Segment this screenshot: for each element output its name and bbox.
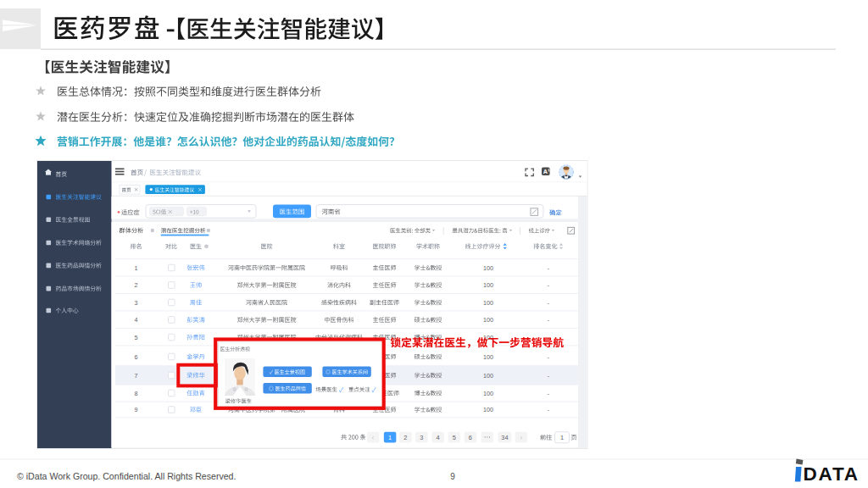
- svg-text:5: 5: [135, 334, 138, 341]
- svg-text:100: 100: [483, 299, 493, 307]
- svg-text:4: 4: [135, 316, 138, 324]
- svg-text:100: 100: [483, 316, 493, 324]
- svg-text:© iData Work Group. Confidenti: © iData Work Group. Confidential. All Ri…: [17, 471, 236, 481]
- svg-text:5: 5: [453, 434, 456, 441]
- svg-text:A: A: [543, 168, 548, 175]
- svg-text:1: 1: [560, 434, 564, 441]
- svg-text:DATA: DATA: [804, 463, 860, 485]
- svg-text:100: 100: [483, 390, 493, 397]
- svg-text:100: 100: [483, 372, 493, 380]
- svg-text:1: 1: [135, 264, 138, 272]
- svg-text:6: 6: [469, 434, 472, 441]
- svg-text:3: 3: [420, 434, 423, 441]
- svg-text:100: 100: [483, 281, 493, 289]
- svg-text:100: 100: [483, 406, 493, 413]
- svg-text:34: 34: [501, 434, 508, 441]
- svg-text:8: 8: [135, 390, 138, 397]
- svg-text:6: 6: [135, 353, 138, 361]
- svg-text:100: 100: [483, 264, 493, 272]
- svg-text:2: 2: [135, 281, 138, 289]
- svg-text:1: 1: [388, 434, 392, 441]
- svg-text:7: 7: [135, 372, 138, 380]
- svg-text:3: 3: [135, 299, 138, 307]
- svg-text:4: 4: [437, 434, 440, 441]
- svg-text:100: 100: [483, 353, 493, 361]
- svg-text:9: 9: [135, 406, 138, 413]
- svg-text:9: 9: [450, 472, 455, 481]
- svg-text:2: 2: [403, 434, 407, 441]
